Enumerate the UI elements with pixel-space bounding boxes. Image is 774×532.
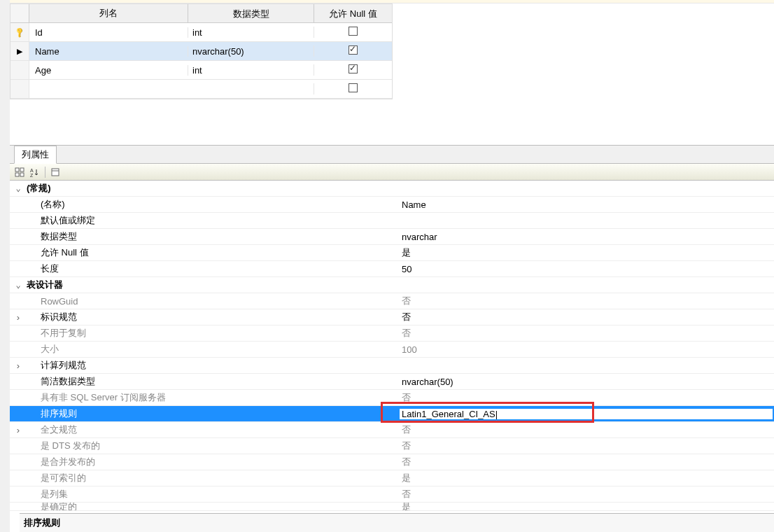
- property-value[interactable]: 否: [399, 488, 774, 500]
- property-row[interactable]: 简洁数据类型nvarchar(50): [10, 374, 774, 390]
- expand-icon[interactable]: ›: [14, 360, 22, 371]
- cell-column-name[interactable]: Age: [29, 65, 188, 76]
- property-value[interactable]: 100: [399, 344, 774, 355]
- svg-rect-2: [15, 173, 19, 176]
- property-row[interactable]: 数据类型nvarchar: [10, 229, 774, 245]
- grid-header-nulls: 允许 Null 值: [314, 4, 392, 23]
- property-label: 标识规范: [27, 311, 399, 323]
- property-value[interactable]: nvarchar: [399, 232, 774, 242]
- property-label: 排序规则: [27, 407, 399, 420]
- property-label: (名称): [27, 198, 399, 211]
- svg-rect-0: [15, 168, 19, 172]
- expand-icon[interactable]: ›: [14, 425, 22, 435]
- row-selector-icon: ▶: [17, 47, 22, 56]
- svg-rect-1: [20, 168, 24, 172]
- collapse-icon[interactable]: ⌄: [15, 280, 20, 290]
- cell-allow-null[interactable]: [314, 83, 392, 94]
- property-label: 长度: [27, 262, 399, 275]
- property-row[interactable]: ›标识规范否: [10, 309, 774, 326]
- property-row[interactable]: 排序规则Latin1_General_CI_AS: [10, 406, 774, 422]
- grid-gutter-head: [10, 4, 29, 22]
- allow-null-checkbox[interactable]: [349, 46, 358, 55]
- property-row[interactable]: 长度50: [10, 261, 774, 277]
- property-group-label: (常规): [27, 182, 399, 195]
- property-row[interactable]: 是确定的是: [10, 503, 774, 511]
- property-value[interactable]: 否: [399, 311, 774, 323]
- property-value[interactable]: 是: [399, 472, 774, 484]
- grid-header-type: 数据类型: [188, 4, 314, 23]
- cell-column-name[interactable]: Name: [29, 46, 188, 57]
- property-group-header[interactable]: ⌄表设计器: [10, 277, 774, 293]
- table-row[interactable]: ▶Namenvarchar(50): [10, 42, 392, 61]
- svg-text:Z: Z: [30, 173, 34, 177]
- property-value[interactable]: 否: [399, 456, 774, 468]
- property-row[interactable]: (名称)Name: [10, 197, 774, 213]
- property-grid[interactable]: ⌄(常规)(名称)Name默认值或绑定数据类型nvarchar允许 Null 值…: [10, 181, 774, 511]
- alphabetical-view-button[interactable]: AZ: [28, 166, 42, 178]
- property-value[interactable]: 否: [399, 440, 774, 452]
- property-value[interactable]: 50: [399, 264, 774, 274]
- property-row[interactable]: 具有非 SQL Server 订阅服务器否: [10, 390, 774, 406]
- cell-column-name[interactable]: Id: [29, 27, 188, 38]
- property-label: 不用于复制: [27, 327, 399, 340]
- property-label: 全文规范: [27, 424, 399, 436]
- property-label: 是 DTS 发布的: [27, 440, 399, 452]
- property-row[interactable]: RowGuid否: [10, 293, 774, 309]
- cell-data-type[interactable]: nvarchar(50): [188, 46, 314, 57]
- property-row[interactable]: 是 DTS 发布的否: [10, 438, 774, 454]
- row-gutter[interactable]: ▶: [10, 42, 29, 60]
- property-description-header: 排序规则: [20, 513, 774, 532]
- property-value[interactable]: 否: [399, 424, 774, 436]
- properties-tabstrip: 列属性: [10, 146, 774, 164]
- tab-column-properties[interactable]: 列属性: [14, 146, 57, 164]
- allow-null-checkbox[interactable]: [349, 64, 358, 74]
- property-row[interactable]: 默认值或绑定: [10, 213, 774, 229]
- table-row[interactable]: [10, 80, 392, 99]
- allow-null-checkbox[interactable]: [349, 27, 358, 36]
- collapse-icon[interactable]: ⌄: [15, 183, 20, 193]
- property-value[interactable]: 是: [399, 503, 774, 511]
- allow-null-checkbox[interactable]: [349, 83, 358, 92]
- property-row[interactable]: 大小100: [10, 342, 774, 358]
- cell-data-type[interactable]: int: [188, 27, 314, 38]
- property-row[interactable]: ›计算列规范: [10, 358, 774, 374]
- property-value[interactable]: 是: [399, 246, 774, 259]
- columns-grid[interactable]: 列名 数据类型 允许 Null 值 🔑Idint▶Namenvarchar(50…: [10, 4, 393, 99]
- property-value[interactable]: nvarchar(50): [399, 377, 774, 387]
- row-gutter[interactable]: 🔑: [10, 23, 29, 41]
- property-row[interactable]: 是合并发布的否: [10, 454, 774, 470]
- property-group-label: 表设计器: [27, 279, 399, 291]
- property-row[interactable]: 不用于复制否: [10, 326, 774, 342]
- row-gutter[interactable]: [10, 61, 29, 79]
- property-label: 默认值或绑定: [27, 214, 399, 227]
- primary-key-icon: 🔑: [14, 27, 25, 38]
- categorized-view-button[interactable]: [13, 166, 27, 178]
- property-label: 简洁数据类型: [27, 375, 399, 388]
- property-row[interactable]: ›全文规范否: [10, 422, 774, 438]
- property-row[interactable]: 是可索引的是: [10, 470, 774, 486]
- property-label: 数据类型: [27, 230, 399, 243]
- property-grid-toolbar: AZ: [10, 164, 774, 181]
- property-row[interactable]: 允许 Null 值是: [10, 245, 774, 261]
- expand-icon[interactable]: ›: [14, 312, 22, 323]
- property-value[interactable]: 否: [399, 391, 774, 404]
- cell-allow-null[interactable]: [314, 46, 392, 57]
- cell-allow-null[interactable]: [314, 64, 392, 76]
- svg-rect-6: [52, 169, 59, 176]
- property-value[interactable]: Name: [399, 200, 774, 210]
- property-label: 允许 Null 值: [27, 246, 399, 259]
- row-gutter[interactable]: [10, 80, 29, 98]
- property-label: 大小: [27, 343, 399, 356]
- svg-text:A: A: [30, 168, 34, 173]
- property-value[interactable]: Latin1_General_CI_AS: [399, 408, 773, 420]
- cell-data-type[interactable]: int: [188, 65, 314, 76]
- cell-allow-null[interactable]: [314, 27, 392, 38]
- property-pages-button[interactable]: [48, 166, 62, 178]
- property-value[interactable]: 否: [399, 327, 774, 340]
- property-label: 是确定的: [27, 503, 399, 511]
- property-row[interactable]: 是列集否: [10, 486, 774, 503]
- property-group-header[interactable]: ⌄(常规): [10, 181, 774, 197]
- table-row[interactable]: Ageint: [10, 61, 392, 80]
- property-value[interactable]: 否: [399, 295, 774, 307]
- table-row[interactable]: 🔑Idint: [10, 23, 392, 42]
